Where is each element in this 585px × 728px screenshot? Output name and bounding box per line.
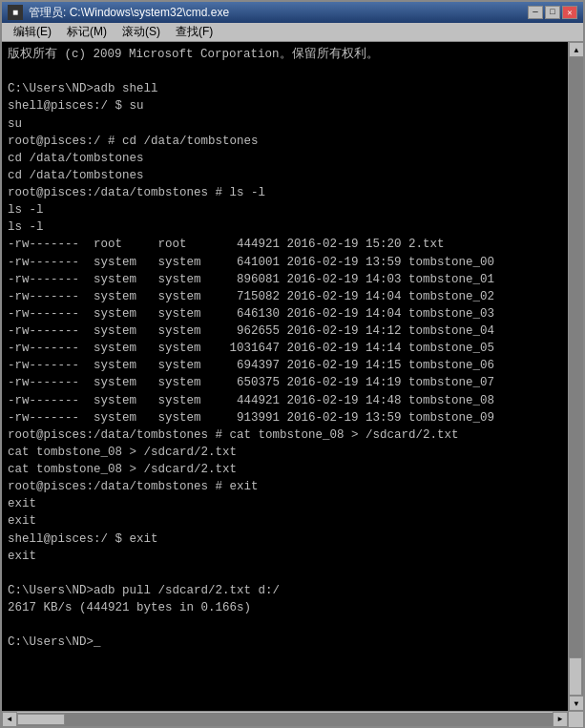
title-bar: ■ 管理员: C:\Windows\system32\cmd.exe ─ □ ✕ <box>2 2 583 23</box>
scroll-track[interactable] <box>569 57 583 696</box>
window-icon: ■ <box>8 5 23 20</box>
h-scroll-thumb[interactable] <box>17 714 65 725</box>
close-button[interactable]: ✕ <box>562 6 577 19</box>
menu-find[interactable]: 查找(F) <box>168 24 220 40</box>
window-title: 管理员: C:\Windows\system32\cmd.exe <box>29 5 528 21</box>
menu-scroll[interactable]: 滚动(S) <box>115 24 168 40</box>
menu-bar: 编辑(E) 标记(M) 滚动(S) 查找(F) <box>2 23 583 42</box>
scroll-left-button[interactable]: ◄ <box>2 712 17 727</box>
vertical-scrollbar[interactable]: ▲ ▼ <box>568 42 583 711</box>
minimize-button[interactable]: ─ <box>528 6 543 19</box>
cmd-window: ■ 管理员: C:\Windows\system32\cmd.exe ─ □ ✕… <box>0 0 585 728</box>
terminal-output[interactable]: 版权所有 (c) 2009 Microsoft Corporation。保留所有… <box>2 42 568 711</box>
window-controls: ─ □ ✕ <box>528 6 577 19</box>
h-scroll-track[interactable] <box>17 713 553 726</box>
horizontal-scrollbar[interactable]: ◄ ► <box>2 711 583 726</box>
scroll-up-button[interactable]: ▲ <box>569 42 583 57</box>
maximize-button[interactable]: □ <box>545 6 560 19</box>
scroll-corner <box>568 712 583 727</box>
scroll-right-button[interactable]: ► <box>553 712 568 727</box>
scroll-thumb[interactable] <box>569 657 582 696</box>
menu-mark[interactable]: 标记(M) <box>59 24 115 40</box>
scroll-down-button[interactable]: ▼ <box>569 696 583 711</box>
terminal-container: 版权所有 (c) 2009 Microsoft Corporation。保留所有… <box>2 42 583 711</box>
menu-edit[interactable]: 编辑(E) <box>6 24 59 40</box>
